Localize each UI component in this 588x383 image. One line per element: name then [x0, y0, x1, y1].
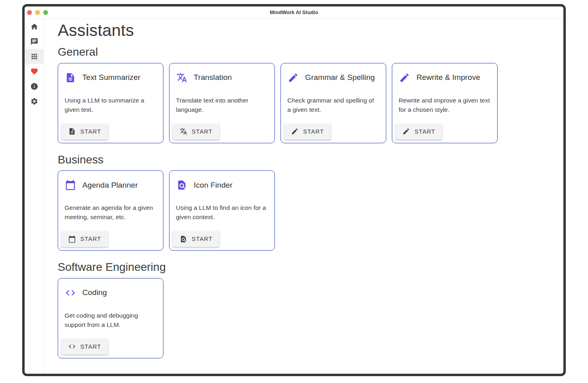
assistant-card-text-summarizer: Text Summarizer Using a LLM to summarize… — [58, 63, 163, 143]
card-title: Icon Finder — [194, 181, 232, 190]
card-actions: START — [61, 123, 108, 140]
start-button-icon-finder[interactable]: START — [173, 231, 220, 247]
zoom-window-button[interactable] — [43, 10, 48, 15]
start-button-label: START — [80, 236, 101, 242]
start-button-text-summarizer[interactable]: START — [61, 123, 108, 140]
apps-grid-icon — [30, 52, 38, 61]
card-description: Using a LLM to summarize a given text. — [58, 96, 163, 114]
close-window-button[interactable] — [27, 10, 32, 15]
sidebar-item-favorites[interactable] — [25, 64, 44, 79]
code-icon-wrap — [65, 287, 76, 298]
info-icon-wrap — [30, 82, 38, 90]
heart-icon-wrap — [30, 67, 38, 75]
document-icon — [68, 128, 76, 135]
start-button-coding[interactable]: START — [61, 339, 108, 355]
app-body: Assistants General Text Summarizer Using… — [25, 19, 563, 374]
card-description: Using a LLM to find an icon for a given … — [169, 203, 274, 222]
code-icon — [65, 287, 76, 298]
icon-search-icon — [176, 180, 187, 190]
start-button-grammar-spelling[interactable]: START — [284, 123, 331, 140]
assistant-card-grammar-spelling: Grammar & Spelling Check grammar and spe… — [280, 63, 386, 143]
document-icon-wrap — [68, 128, 76, 135]
card-header: Rewrite & Improve — [392, 63, 497, 83]
section-title: General — [58, 45, 563, 59]
start-button-agenda-planner[interactable]: START — [61, 231, 108, 247]
card-header: Icon Finder — [169, 171, 274, 190]
section-software-engineering: Software Engineering Coding Get coding a… — [58, 260, 563, 358]
code-icon-wrap — [68, 343, 76, 350]
card-actions: START — [61, 339, 108, 355]
card-actions: START — [61, 231, 108, 247]
info-icon — [30, 82, 38, 90]
start-button-rewrite-improve[interactable]: START — [395, 123, 442, 140]
start-button-label: START — [303, 128, 324, 135]
minimize-window-button[interactable] — [35, 10, 40, 15]
home-icon — [30, 23, 38, 31]
card-row: Agenda Planner Generate an agenda for a … — [58, 170, 563, 251]
icon-search-icon-wrap — [180, 235, 187, 243]
section-business: Business Agenda Planner Generate an agen… — [58, 153, 563, 251]
assistant-card-rewrite-improve: Rewrite & Improve Rewrite and improve a … — [392, 63, 498, 143]
start-button-translation[interactable]: START — [173, 123, 220, 140]
window-title: MindWork AI Studio — [25, 10, 563, 15]
pencil-icon-wrap — [291, 128, 299, 135]
sidebar-item-chats[interactable] — [25, 34, 44, 49]
card-row: Text Summarizer Using a LLM to summarize… — [58, 63, 563, 143]
document-icon-wrap — [65, 72, 76, 83]
pencil-icon — [291, 128, 299, 135]
pencil-icon-wrap — [399, 72, 410, 83]
card-actions: START — [173, 231, 220, 247]
sidebar-item-about[interactable] — [25, 79, 44, 94]
document-icon — [65, 72, 76, 83]
main-content: Assistants General Text Summarizer Using… — [44, 19, 563, 374]
start-button-label: START — [192, 236, 213, 242]
card-title: Translation — [194, 73, 232, 82]
card-description: Rewrite and improve a given text for a c… — [392, 96, 497, 114]
card-description: Generate an agenda for a given meeting, … — [58, 203, 163, 222]
gear-icon — [30, 97, 38, 105]
start-button-label: START — [80, 128, 101, 135]
card-description: Get coding and debugging support from a … — [58, 311, 163, 329]
calendar-icon — [68, 235, 76, 243]
section-title: Software Engineering — [58, 260, 563, 274]
card-header: Translation — [169, 63, 274, 83]
app-window: MindWork AI Studio Assistants General Te… — [22, 4, 566, 376]
start-button-label: START — [414, 128, 435, 135]
sidebar-item-assistants[interactable] — [25, 49, 44, 64]
code-icon — [68, 343, 76, 350]
card-title: Rewrite & Improve — [416, 73, 480, 82]
chat-icon — [30, 38, 38, 46]
sidebar-item-settings[interactable] — [25, 94, 44, 109]
card-title: Coding — [82, 288, 107, 297]
calendar-icon-wrap — [68, 235, 76, 243]
home-icon-wrap — [30, 23, 38, 31]
section-title: Business — [58, 153, 563, 167]
assistant-card-translation: Translation Translate text into another … — [169, 63, 275, 143]
translate-icon-wrap — [180, 128, 187, 135]
card-title: Agenda Planner — [82, 181, 138, 190]
apps-grid-icon-wrap — [30, 52, 38, 61]
card-title: Text Summarizer — [82, 73, 140, 82]
titlebar: MindWork AI Studio — [25, 6, 563, 19]
card-header: Grammar & Spelling — [281, 63, 386, 83]
assistant-card-agenda-planner: Agenda Planner Generate an agenda for a … — [58, 170, 163, 251]
card-description: Check grammar and spelling of a given te… — [281, 96, 386, 114]
translate-icon — [180, 128, 187, 135]
card-actions: START — [173, 123, 220, 140]
gear-icon-wrap — [30, 97, 38, 105]
assistant-sections: General Text Summarizer Using a LLM to s… — [58, 45, 563, 358]
sidebar-item-home[interactable] — [25, 19, 44, 34]
assistant-card-coding: Coding Get coding and debugging support … — [58, 278, 163, 358]
card-actions: START — [395, 123, 442, 140]
card-description: Translate text into another language. — [169, 96, 274, 114]
translate-icon — [176, 72, 187, 83]
card-header: Agenda Planner — [58, 171, 163, 190]
traffic-lights — [25, 10, 48, 15]
page-title: Assistants — [58, 21, 563, 40]
icon-search-icon-wrap — [176, 180, 187, 190]
card-header: Text Summarizer — [58, 63, 163, 83]
card-header: Coding — [58, 278, 163, 298]
pencil-icon-wrap — [402, 128, 410, 135]
chat-icon-wrap — [30, 38, 38, 46]
calendar-icon-wrap — [65, 180, 76, 190]
